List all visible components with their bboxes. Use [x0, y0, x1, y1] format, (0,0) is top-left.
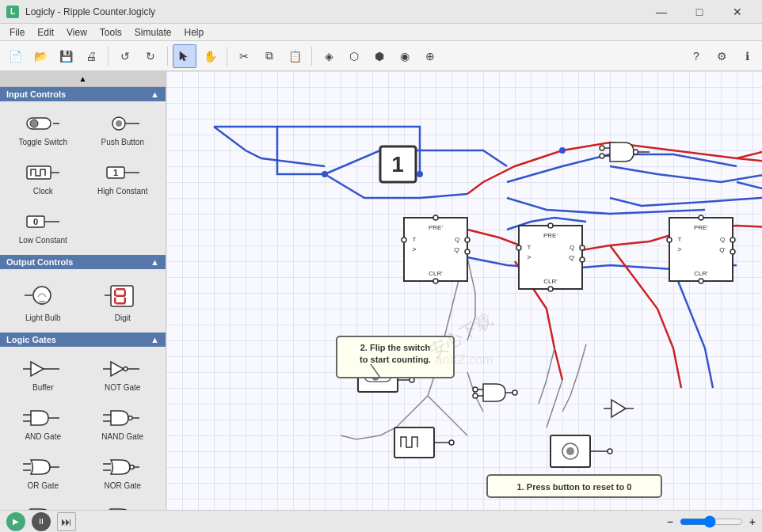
menu-file[interactable]: File: [3, 25, 31, 40]
svg-rect-23: [116, 295, 125, 298]
section-header-input[interactable]: Input Controls ▲: [0, 87, 166, 101]
menu-view[interactable]: View: [60, 25, 93, 40]
high-constant-icon: 1: [103, 161, 143, 184]
svg-marker-31: [111, 362, 124, 376]
svg-point-138: [322, 171, 328, 177]
section-header-output[interactable]: Output Controls ▲: [0, 255, 166, 269]
svg-text:PRE': PRE': [694, 224, 708, 231]
step-button[interactable]: ⏭: [57, 512, 76, 531]
svg-point-88: [667, 238, 672, 242]
menu-bar: File Edit View Tools Simulate Help: [0, 24, 762, 41]
svg-point-139: [559, 147, 566, 154]
sidebar-item-xnor-gate[interactable]: XNOR Gate: [85, 499, 162, 510]
svg-point-137: [417, 171, 423, 177]
xnor-gate-icon: [103, 504, 143, 510]
sidebar-item-or-gate[interactable]: OR Gate: [5, 450, 82, 496]
svg-text:>: >: [527, 253, 531, 261]
clock-icon: [23, 161, 63, 184]
help-icon[interactable]: ?: [684, 44, 708, 68]
svg-point-66: [465, 249, 470, 254]
sidebar-item-high-constant[interactable]: 1 High Constant: [85, 155, 162, 201]
menu-help[interactable]: Help: [178, 25, 211, 40]
new-button[interactable]: 📄: [3, 44, 27, 68]
svg-text:Q: Q: [455, 236, 459, 243]
svg-point-109: [600, 146, 604, 150]
undo-button[interactable]: ↺: [113, 44, 137, 68]
zoom-slider[interactable]: [680, 515, 743, 528]
svg-text:>: >: [412, 245, 416, 253]
sidebar-scroll-up[interactable]: ▲: [0, 71, 166, 87]
section-collapse-input[interactable]: ▲: [150, 89, 159, 99]
zoom-minus[interactable]: −: [667, 515, 673, 528]
sidebar-item-not-gate[interactable]: NOT Gate: [85, 352, 162, 397]
svg-text:T: T: [528, 244, 531, 251]
svg-point-120: [449, 440, 454, 445]
sidebar-item-low-constant[interactable]: 0 Low Constant: [5, 204, 82, 250]
redo-button[interactable]: ↻: [139, 44, 162, 68]
menu-tools[interactable]: Tools: [93, 25, 128, 40]
input-controls-grid: Toggle Switch Push Button: [0, 101, 166, 255]
sidebar-item-digit[interactable]: Digit: [85, 274, 162, 328]
svg-text:1: 1: [391, 152, 404, 177]
svg-point-78: [580, 257, 585, 262]
pan-tool[interactable]: ✋: [198, 44, 222, 68]
svg-text:Q: Q: [570, 244, 574, 251]
light-bulb-label: Light Bulb: [25, 314, 60, 322]
sidebar-item-light-bulb[interactable]: Light Bulb: [5, 274, 82, 328]
sidebar-item-nand-gate[interactable]: NAND Gate: [85, 401, 162, 446]
low-constant-label: Low Constant: [19, 236, 67, 245]
sidebar-item-toggle-switch[interactable]: Toggle Switch: [5, 106, 82, 152]
section-collapse-logic[interactable]: ▲: [150, 335, 159, 344]
canvas-area[interactable]: 1 PRE' T > Q Q' CLR' PRE' T > Q Q' CLR': [166, 71, 762, 510]
print-button[interactable]: 🖨: [79, 44, 103, 68]
toolbar-separator-1: [108, 47, 109, 66]
svg-text:T: T: [678, 236, 682, 243]
svg-point-46: [130, 466, 134, 469]
save-button[interactable]: 💾: [54, 44, 78, 68]
tool-5[interactable]: ⊕: [418, 44, 442, 68]
menu-simulate[interactable]: Simulate: [128, 25, 178, 40]
buffer-icon: [23, 357, 63, 381]
not-gate-icon: [103, 357, 143, 381]
sidebar-item-buffer[interactable]: Buffer: [5, 352, 82, 397]
copy-button[interactable]: ⧉: [257, 44, 281, 68]
toggle-switch-label: Toggle Switch: [18, 138, 67, 146]
not-gate-label: NOT Gate: [105, 383, 140, 392]
maximize-button[interactable]: □: [681, 0, 718, 24]
info-icon[interactable]: ℹ: [735, 44, 759, 68]
svg-text:CLR': CLR': [429, 270, 443, 277]
zoom-plus[interactable]: +: [749, 515, 756, 528]
toggle-switch-icon: [23, 112, 63, 135]
sidebar-item-push-button[interactable]: Push Button: [85, 106, 162, 152]
tool-2[interactable]: ⬡: [342, 44, 366, 68]
sidebar-item-nor-gate[interactable]: NOR Gate: [85, 450, 162, 496]
status-bar: ▶ ⏸ ⏭ − +: [0, 510, 762, 532]
section-label-input: Input Controls: [6, 89, 66, 99]
svg-marker-28: [31, 362, 44, 376]
paste-button[interactable]: 📋: [283, 44, 307, 68]
play-button[interactable]: ▶: [6, 512, 25, 531]
svg-text:0: 0: [33, 217, 38, 226]
cut-button[interactable]: ✂: [232, 44, 256, 68]
sidebar-item-clock[interactable]: Clock: [5, 155, 82, 201]
settings-icon[interactable]: ⚙: [710, 44, 733, 68]
menu-edit[interactable]: Edit: [31, 25, 60, 40]
nand-gate-icon: [103, 406, 143, 430]
select-tool[interactable]: [173, 44, 196, 68]
section-collapse-output[interactable]: ▲: [150, 257, 159, 267]
sidebar-item-and-gate[interactable]: AND Gate: [5, 401, 82, 446]
or-gate-label: OR Gate: [28, 481, 59, 490]
pause-button[interactable]: ⏸: [32, 512, 51, 531]
nor-gate-icon: [103, 455, 143, 479]
tool-4[interactable]: ◉: [393, 44, 417, 68]
section-header-logic[interactable]: Logic Gates ▲: [0, 332, 166, 347]
close-button[interactable]: ✕: [719, 0, 756, 24]
tool-3[interactable]: ⬢: [368, 44, 391, 68]
minimize-button[interactable]: —: [643, 0, 680, 24]
or-gate-icon: [23, 455, 63, 479]
toolbar-separator-3: [227, 47, 227, 66]
tool-1[interactable]: ◈: [317, 44, 341, 68]
open-button[interactable]: 📂: [29, 44, 52, 68]
sidebar-item-xor-gate[interactable]: XOR Gate: [5, 499, 82, 510]
svg-text:to start counting.: to start counting.: [360, 355, 431, 364]
